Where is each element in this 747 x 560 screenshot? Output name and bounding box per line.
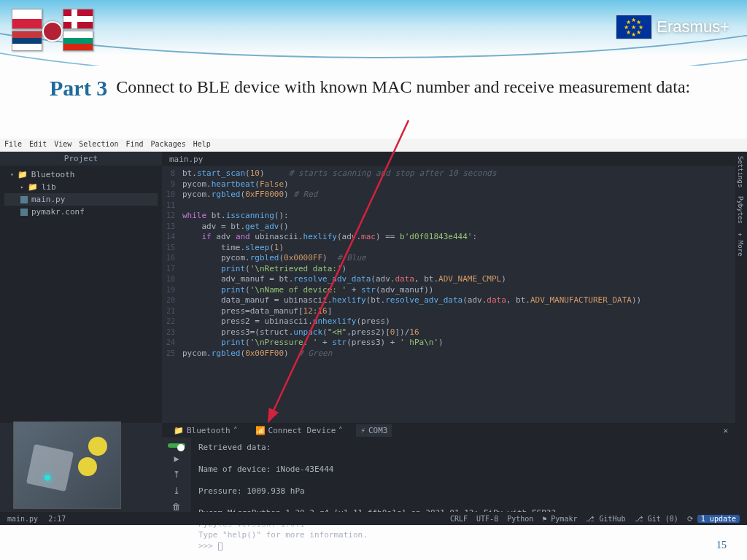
- run-icon[interactable]: ▶: [169, 454, 184, 464]
- project-sidebar: Project 📁 Bluetooth 📁 lib main.py pymakr…: [0, 152, 162, 423]
- status-cursor-pos[interactable]: 2:17: [48, 515, 66, 523]
- term-close-icon[interactable]: ✕: [723, 426, 728, 435]
- menu-file[interactable]: File: [4, 140, 22, 150]
- erasmus-text: Erasmus+: [657, 18, 729, 36]
- code-editor[interactable]: main.py 8bt.start_scan(10) # starts scan…: [162, 152, 735, 423]
- status-updates[interactable]: ⟳ 1 update: [687, 515, 740, 523]
- code-line[interactable]: 15 time.sleep(1): [162, 243, 735, 254]
- code-line[interactable]: 23 press3=(struct.unpack("<H",press2)[0]…: [162, 327, 735, 338]
- status-crlf[interactable]: CRLF: [450, 515, 468, 523]
- status-github[interactable]: ⎇ GitHub: [586, 515, 625, 523]
- code-line[interactable]: 22 press2 = ubinascii.unhexlify(press): [162, 316, 735, 327]
- menu-view[interactable]: View: [54, 140, 71, 150]
- menu-help[interactable]: Help: [193, 140, 211, 150]
- term-toggle[interactable]: [168, 443, 185, 448]
- status-encoding[interactable]: UTF-8: [476, 515, 498, 523]
- code-line[interactable]: 19 print('\nName of device: ' + str(adv_…: [162, 285, 735, 296]
- dock-more[interactable]: + More: [735, 228, 746, 261]
- download-icon[interactable]: ⤓: [169, 486, 184, 496]
- code-line[interactable]: 11: [162, 201, 735, 211]
- right-dock: Settings Pybytes + More: [735, 152, 747, 512]
- trash-icon[interactable]: 🗑: [169, 502, 184, 512]
- term-tab-com3[interactable]: ⚡ COM3: [356, 424, 392, 437]
- part-label: Part 3: [50, 76, 107, 101]
- terminal-tabs: 📁 Bluetooth ˄ 📶 Connect Device ˄ ⚡ COM3 …: [162, 423, 735, 438]
- project-badge-icon: [42, 21, 63, 42]
- editor-tab[interactable]: main.py: [162, 152, 735, 166]
- status-pymakr[interactable]: ⚑ Pymakr: [542, 515, 577, 523]
- project-panel-title: Project: [0, 152, 162, 166]
- dock-pybytes[interactable]: Pybytes: [735, 192, 746, 228]
- tree-file-main[interactable]: main.py: [4, 193, 158, 206]
- code-line[interactable]: 20 data_manuf = ubinascii.hexlify(bt.res…: [162, 295, 735, 306]
- erasmus-logo: Erasmus+: [616, 15, 729, 39]
- tree-folder-lib[interactable]: 📁 lib: [4, 181, 158, 193]
- terminal-panel: ▶ ⤒ ⤓ 🗑 Retrieved data: Name of device: …: [162, 438, 735, 512]
- status-lang[interactable]: Python: [507, 515, 533, 523]
- code-line[interactable]: 9pycom.heartbeat(False): [162, 179, 735, 190]
- dock-settings[interactable]: Settings: [735, 152, 746, 192]
- menu-find[interactable]: Find: [125, 140, 143, 150]
- code-line[interactable]: 16 pycom.rgbled(0x0000FF) # Blue: [162, 253, 735, 264]
- status-bar: main.py 2:17 CRLF UTF-8 Python ⚑ Pymakr …: [0, 512, 747, 525]
- menu-packages[interactable]: Packages: [151, 140, 186, 150]
- code-line[interactable]: 14 if adv and ubinascii.hexlify(adv.mac)…: [162, 232, 735, 243]
- tree-root-folder[interactable]: 📁 Bluetooth: [4, 168, 158, 181]
- ide-screenshot: File Edit View Selection Find Packages H…: [0, 139, 747, 525]
- code-line[interactable]: 12while bt.isscanning():: [162, 211, 735, 222]
- code-line[interactable]: 10pycom.rgbled(0xFF0000) # Red: [162, 190, 735, 201]
- slide-description: Connect to BLE device with known MAC num…: [116, 76, 690, 98]
- menu-bar[interactable]: File Edit View Selection Find Packages H…: [0, 139, 747, 152]
- code-line[interactable]: 17 print('\nRetrieved data:'): [162, 264, 735, 275]
- term-tab-bluetooth[interactable]: 📁 Bluetooth ˄: [169, 424, 242, 437]
- menu-edit[interactable]: Edit: [29, 140, 47, 150]
- status-git[interactable]: ⎇ Git (0): [635, 515, 678, 523]
- page-number: 15: [716, 540, 727, 551]
- tree-file-pymakr[interactable]: pymakr.conf: [4, 206, 158, 218]
- eu-flag-icon: [616, 15, 652, 39]
- status-file[interactable]: main.py: [7, 515, 38, 523]
- code-line[interactable]: 18 adv_manuf = bt.resolve_adv_data(adv.d…: [162, 274, 735, 285]
- code-line[interactable]: 21 press=data_manuf[12:16]: [162, 306, 735, 317]
- code-line[interactable]: 13 adv = bt.get_adv(): [162, 222, 735, 233]
- terminal-output[interactable]: Retrieved data: Name of device: iNode-43…: [191, 438, 735, 512]
- term-tab-connect[interactable]: 📶 Connect Device ˄: [251, 424, 348, 437]
- code-line[interactable]: 24 print('\nPressure: ' + str(press3) + …: [162, 338, 735, 349]
- partner-flags: [12, 9, 93, 51]
- code-line[interactable]: 25pycom.rgbled(0x00FF00) # Green: [162, 349, 735, 359]
- upload-icon[interactable]: ⤒: [169, 470, 184, 480]
- menu-selection[interactable]: Selection: [79, 140, 118, 150]
- code-line[interactable]: 8bt.start_scan(10) # starts scanning and…: [162, 168, 735, 179]
- device-thumbnail: [13, 421, 121, 509]
